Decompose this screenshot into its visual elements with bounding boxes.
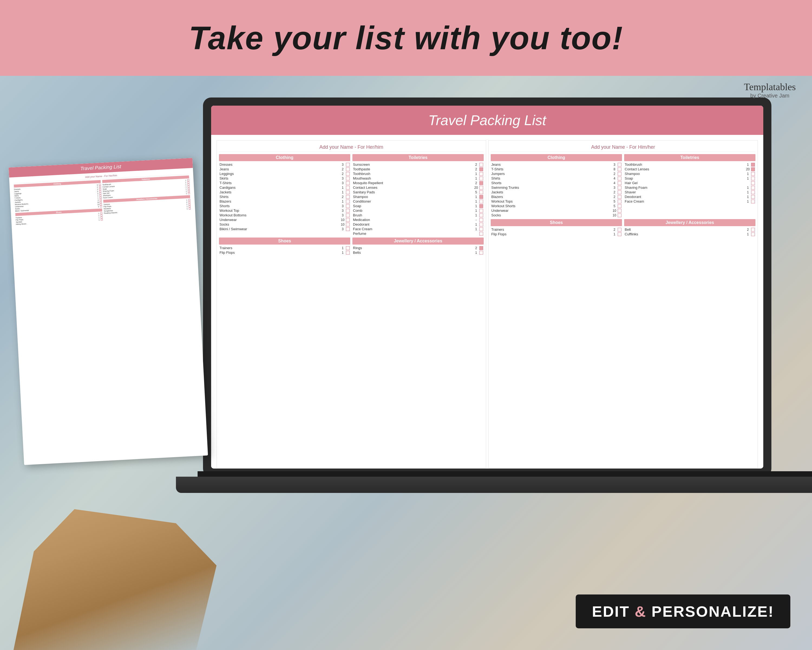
list-item: Face Cream 1	[624, 199, 756, 203]
item-checkbox[interactable]	[618, 204, 621, 208]
item-name: Trainers	[220, 246, 340, 250]
item-checkbox[interactable]	[479, 172, 483, 176]
item-qty: 1	[473, 209, 479, 213]
item-checkbox[interactable]	[479, 181, 483, 185]
item-name: Bikini / Swimwear	[220, 227, 340, 231]
item-checkbox[interactable]	[346, 246, 350, 250]
item-checkbox[interactable]	[346, 204, 350, 208]
item-qty: 1	[745, 186, 751, 190]
list-item: Flip Flops 1	[219, 250, 350, 255]
list-item: Shaver 1	[624, 190, 756, 194]
list-item: Trainers 1	[219, 246, 350, 250]
list-item: Perfume	[353, 231, 484, 236]
her-section: Add your Name - For Her/him Clothing Dre…	[217, 140, 486, 468]
item-checkbox[interactable]	[346, 200, 350, 203]
item-checkbox[interactable]	[618, 186, 621, 190]
item-name: Rings	[353, 246, 473, 250]
item-checkbox[interactable]	[479, 167, 483, 171]
item-qty: 3	[612, 186, 617, 190]
item-name: Jackets	[491, 190, 612, 194]
item-checkbox[interactable]	[479, 251, 483, 255]
item-checkbox[interactable]	[479, 223, 483, 226]
logo-brand: Templatables	[744, 81, 796, 93]
item-checkbox[interactable]	[751, 190, 755, 194]
her-toiletries-section: Toiletries Sunscreen 2 Toothpaste 2 Toot…	[353, 154, 484, 236]
item-checkbox[interactable]	[479, 190, 483, 194]
item-checkbox[interactable]	[751, 172, 755, 176]
list-item: Workout Bottoms 3	[219, 213, 350, 217]
item-checkbox[interactable]	[618, 200, 621, 203]
item-checkbox[interactable]	[479, 232, 483, 236]
item-checkbox[interactable]	[346, 181, 350, 185]
his-toiletries-title: Toiletries	[624, 154, 756, 161]
item-checkbox[interactable]	[479, 209, 483, 213]
item-checkbox[interactable]	[479, 246, 483, 250]
item-checkbox[interactable]	[346, 209, 350, 213]
item-checkbox[interactable]	[618, 232, 621, 236]
list-item: Brush 1	[353, 213, 484, 217]
item-checkbox[interactable]	[751, 232, 755, 236]
item-name: Contact Lenses	[353, 185, 473, 190]
item-name: Underwear	[220, 218, 340, 222]
item-checkbox[interactable]	[346, 251, 350, 255]
item-qty: 3	[340, 181, 345, 185]
logo-sub: by Creative Jam	[744, 93, 796, 99]
item-checkbox[interactable]	[346, 190, 350, 194]
item-checkbox[interactable]	[618, 190, 621, 194]
item-checkbox[interactable]	[479, 177, 483, 180]
item-checkbox[interactable]	[346, 195, 350, 199]
item-checkbox[interactable]	[618, 167, 621, 171]
item-checkbox[interactable]	[618, 213, 621, 217]
item-checkbox[interactable]	[618, 195, 621, 199]
item-checkbox[interactable]	[346, 213, 350, 217]
item-qty: 8	[612, 167, 617, 171]
item-checkbox[interactable]	[346, 167, 350, 171]
item-checkbox[interactable]	[479, 163, 483, 167]
item-checkbox[interactable]	[479, 218, 483, 222]
item-name: Shaver	[625, 190, 745, 194]
item-checkbox[interactable]	[751, 181, 755, 185]
item-checkbox[interactable]	[751, 163, 755, 167]
item-checkbox[interactable]	[618, 228, 621, 232]
item-checkbox[interactable]	[618, 172, 621, 176]
list-item: Medication -	[353, 217, 484, 222]
item-checkbox[interactable]	[751, 228, 755, 232]
item-name: Cardigans	[220, 185, 340, 190]
item-checkbox[interactable]	[618, 163, 621, 167]
item-name: Socks	[220, 222, 340, 226]
item-name: Workout Top	[220, 208, 340, 213]
item-checkbox[interactable]	[346, 172, 350, 176]
edit-button[interactable]: EDIT & PERSONALIZE!	[576, 595, 791, 629]
item-checkbox[interactable]	[479, 227, 483, 231]
item-checkbox[interactable]	[479, 200, 483, 203]
item-checkbox[interactable]	[346, 218, 350, 222]
item-checkbox[interactable]	[618, 209, 621, 213]
item-checkbox[interactable]	[479, 186, 483, 190]
item-checkbox[interactable]	[751, 177, 755, 180]
item-checkbox[interactable]	[346, 163, 350, 167]
item-name: Toothpaste	[353, 167, 473, 171]
item-name: Blazers	[220, 199, 340, 203]
item-checkbox[interactable]	[346, 227, 350, 231]
item-checkbox[interactable]	[346, 186, 350, 190]
list-item: Shampoo 1	[624, 171, 756, 176]
item-checkbox[interactable]	[751, 195, 755, 199]
item-qty: 2	[473, 181, 479, 185]
item-qty: 1	[340, 190, 345, 194]
item-qty: 2	[745, 228, 751, 232]
item-checkbox[interactable]	[751, 167, 755, 171]
item-checkbox[interactable]	[479, 213, 483, 217]
item-checkbox[interactable]	[618, 177, 621, 180]
item-checkbox[interactable]	[751, 200, 755, 203]
item-checkbox[interactable]	[346, 223, 350, 226]
list-item: Workout Tops 5	[491, 199, 622, 203]
item-checkbox[interactable]	[346, 177, 350, 180]
item-checkbox[interactable]	[618, 181, 621, 185]
list-item: Belts 1	[353, 250, 484, 255]
item-checkbox[interactable]	[479, 204, 483, 208]
item-checkbox[interactable]	[751, 186, 755, 190]
item-name: Blazers	[491, 195, 612, 199]
item-qty: 10	[612, 209, 617, 213]
list-item: Conditioner 1	[353, 199, 484, 203]
item-checkbox[interactable]	[479, 195, 483, 199]
